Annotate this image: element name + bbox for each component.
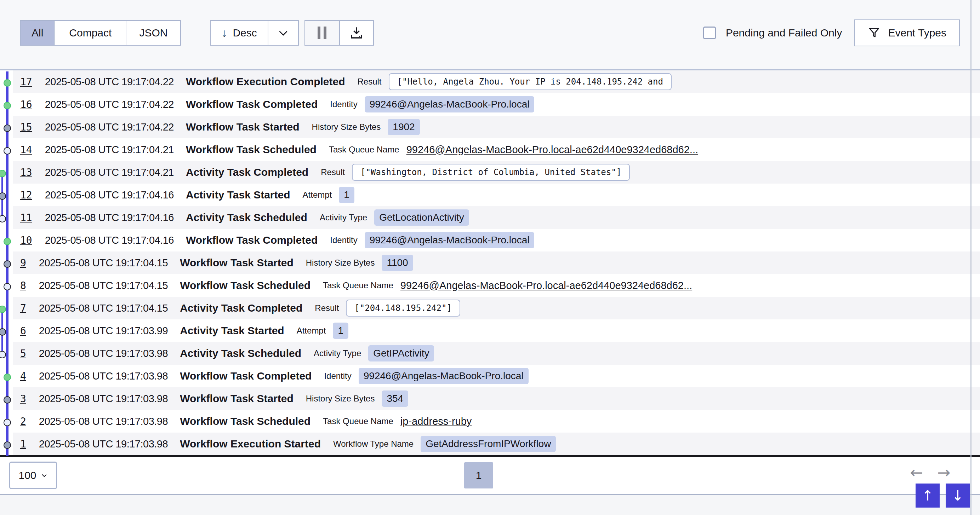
event-timestamp: 2025-05-08 UTC 19:17:04.16 — [45, 235, 174, 246]
pagination-bar: 100 1 ← → — [0, 457, 980, 494]
event-row: 62025-05-08 UTC 19:17:03.99Activity Task… — [13, 319, 980, 342]
event-timestamp: 2025-05-08 UTC 19:17:03.99 — [39, 325, 168, 337]
event-name: Workflow Task Scheduled — [180, 415, 310, 427]
event-detail-badge-value: 99246@Angelas-MacBook-Pro.local — [365, 96, 535, 113]
event-name: Activity Task Scheduled — [180, 347, 301, 360]
scroll-controls: ↑ ↓ — [916, 483, 970, 507]
tab-all[interactable]: All — [21, 21, 55, 45]
event-detail-label: Attempt — [297, 326, 326, 336]
event-detail-label: Attempt — [303, 190, 332, 200]
next-page-button[interactable]: → — [937, 465, 950, 480]
event-name: Workflow Execution Completed — [186, 76, 345, 88]
scroll-to-bottom-button[interactable]: ↓ — [946, 483, 970, 507]
event-detail-badge-value: 1 — [339, 187, 355, 203]
event-row: 152025-05-08 UTC 19:17:04.22Workflow Tas… — [13, 116, 980, 138]
event-detail-link-value[interactable]: 99246@Angelas-MacBook-Pro.local-ae62d440… — [406, 144, 698, 155]
event-detail-label: History Size Bytes — [306, 394, 375, 404]
event-id-link[interactable]: 13 — [20, 166, 32, 178]
event-id-link[interactable]: 14 — [20, 144, 32, 155]
event-row: 72025-05-08 UTC 19:17:04.15Activity Task… — [13, 297, 980, 319]
event-detail-badge-value: GetIPActivity — [368, 345, 434, 361]
event-id-link[interactable]: 8 — [20, 280, 26, 292]
event-name: Workflow Task Started — [186, 121, 299, 133]
event-id-link[interactable]: 12 — [20, 189, 32, 201]
event-timestamp: 2025-05-08 UTC 19:17:04.15 — [39, 303, 168, 314]
event-types-button[interactable]: Event Types — [854, 19, 960, 46]
event-name: Workflow Task Completed — [186, 234, 318, 246]
event-name: Workflow Task Completed — [186, 98, 318, 110]
event-id-link[interactable]: 10 — [20, 235, 32, 246]
sort-options-button[interactable] — [268, 21, 298, 45]
event-name: Workflow Task Started — [180, 257, 293, 269]
event-timestamp: 2025-05-08 UTC 19:17:04.22 — [45, 121, 174, 133]
scroll-to-top-button[interactable]: ↑ — [916, 483, 940, 507]
event-timestamp: 2025-05-08 UTC 19:17:04.16 — [45, 212, 174, 223]
event-id-link[interactable]: 17 — [20, 76, 32, 88]
event-name: Activity Task Completed — [180, 302, 302, 314]
event-id-link[interactable]: 15 — [20, 121, 32, 133]
event-timestamp: 2025-05-08 UTC 19:17:04.15 — [39, 257, 168, 269]
history-actions — [304, 20, 374, 46]
pause-button[interactable] — [305, 21, 339, 45]
event-id-link[interactable]: 3 — [20, 393, 26, 405]
event-timestamp: 2025-05-08 UTC 19:17:04.21 — [45, 166, 174, 178]
event-detail-badge-value: GetAddressFromIPWorkflow — [421, 436, 556, 452]
chevron-down-icon — [277, 27, 290, 39]
event-name: Workflow Task Scheduled — [180, 279, 310, 292]
download-icon — [349, 25, 364, 40]
event-row: 172025-05-08 UTC 19:17:04.22Workflow Exe… — [13, 70, 980, 93]
event-name: Workflow Execution Started — [180, 438, 321, 450]
event-row: 102025-05-08 UTC 19:17:04.16Workflow Tas… — [13, 229, 980, 252]
event-status-icon — [0, 351, 6, 358]
event-id-link[interactable]: 7 — [20, 303, 26, 314]
event-detail-label: History Size Bytes — [312, 122, 381, 132]
event-row: 132025-05-08 UTC 19:17:04.21Activity Tas… — [13, 161, 980, 184]
event-detail-link-value[interactable]: ip-address-ruby — [401, 415, 472, 427]
event-row: 142025-05-08 UTC 19:17:04.21Workflow Tas… — [13, 138, 980, 161]
page-size-select[interactable]: 100 — [9, 461, 57, 489]
event-detail-label: Identity — [324, 371, 351, 381]
view-mode-tabs: All Compact JSON — [20, 20, 181, 46]
chevron-down-icon — [41, 472, 48, 479]
header-band: All Compact JSON ↓ Desc — [0, 0, 980, 69]
download-button[interactable] — [339, 21, 373, 45]
pending-failed-checkbox[interactable] — [703, 27, 716, 39]
event-id-link[interactable]: 11 — [20, 212, 32, 223]
tab-compact[interactable]: Compact — [55, 21, 126, 45]
event-row: 112025-05-08 UTC 19:17:04.16Activity Tas… — [13, 206, 980, 229]
event-status-icon — [3, 147, 11, 155]
event-detail-label: Identity — [330, 100, 357, 109]
event-id-link[interactable]: 2 — [20, 415, 26, 427]
event-row: 22025-05-08 UTC 19:17:03.98Workflow Task… — [13, 410, 980, 433]
event-name: Workflow Task Completed — [180, 370, 312, 382]
prev-page-button[interactable]: ← — [910, 465, 923, 480]
event-id-link[interactable]: 16 — [20, 99, 32, 110]
event-row: 82025-05-08 UTC 19:17:04.15Workflow Task… — [13, 274, 980, 297]
event-status-icon — [3, 283, 11, 290]
event-detail-badge-value: 99246@Angelas-MacBook-Pro.local — [359, 368, 528, 384]
event-status-icon — [0, 170, 6, 177]
event-detail-label: Workflow Type Name — [333, 439, 414, 449]
pending-failed-label: Pending and Failed Only — [726, 27, 842, 39]
event-status-icon — [0, 192, 6, 200]
event-name: Activity Task Started — [186, 189, 290, 201]
tab-json[interactable]: JSON — [126, 21, 180, 45]
event-detail-link-value[interactable]: 99246@Angelas-MacBook-Pro.local-ae62d440… — [401, 280, 692, 292]
event-id-link[interactable]: 5 — [20, 348, 26, 360]
event-row: 92025-05-08 UTC 19:17:04.15Workflow Task… — [13, 252, 980, 274]
event-rows: 172025-05-08 UTC 19:17:04.22Workflow Exe… — [13, 70, 980, 455]
event-name: Activity Task Completed — [186, 166, 309, 178]
sort-desc-button[interactable]: ↓ Desc — [211, 21, 267, 45]
event-id-link[interactable]: 9 — [20, 257, 26, 269]
event-detail-label: Task Queue Name — [323, 416, 393, 426]
event-detail-badge-value: 1 — [333, 323, 348, 339]
event-timestamp: 2025-05-08 UTC 19:17:03.98 — [39, 415, 168, 427]
event-id-link[interactable]: 4 — [20, 370, 26, 382]
event-id-link[interactable]: 1 — [20, 438, 26, 450]
event-id-link[interactable]: 6 — [20, 325, 26, 337]
event-name: Workflow Task Scheduled — [186, 144, 317, 155]
event-status-icon — [3, 102, 11, 109]
event-detail-badge-value: 99246@Angelas-MacBook-Pro.local — [365, 232, 535, 248]
current-page-button[interactable]: 1 — [464, 462, 493, 488]
sort-label: Desc — [232, 27, 257, 39]
